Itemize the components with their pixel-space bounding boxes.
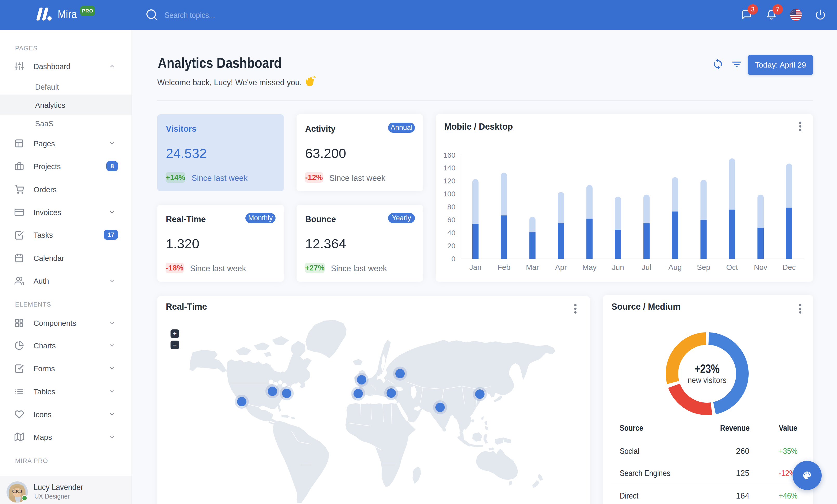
svg-text:20: 20 <box>447 242 456 250</box>
svg-text:Jun: Jun <box>612 263 624 272</box>
svg-text:40: 40 <box>447 229 456 237</box>
svg-text:Sep: Sep <box>697 263 710 272</box>
svg-text:Apr: Apr <box>555 263 567 272</box>
svg-text:Jul: Jul <box>642 263 652 272</box>
svg-text:100: 100 <box>443 190 456 198</box>
svg-text:80: 80 <box>447 203 456 211</box>
svg-text:Mar: Mar <box>526 263 539 272</box>
svg-text:140: 140 <box>443 164 456 172</box>
svg-text:Oct: Oct <box>726 263 738 272</box>
svg-text:60: 60 <box>447 216 456 224</box>
svg-text:120: 120 <box>443 177 456 185</box>
svg-text:Dec: Dec <box>782 263 796 272</box>
svg-text:160: 160 <box>443 151 456 159</box>
svg-text:0: 0 <box>451 255 456 263</box>
svg-text:Nov: Nov <box>754 263 767 272</box>
svg-text:Jan: Jan <box>469 263 482 272</box>
svg-text:Feb: Feb <box>498 263 511 272</box>
svg-text:Aug: Aug <box>668 263 682 272</box>
svg-text:May: May <box>582 263 596 272</box>
